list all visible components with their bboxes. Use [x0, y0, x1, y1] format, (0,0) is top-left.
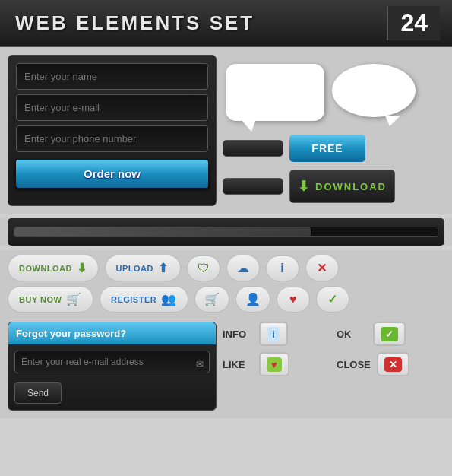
close-small-btn[interactable]: ✕ — [305, 255, 339, 281]
order-button[interactable]: Order now — [16, 160, 208, 188]
upload-pill-btn[interactable]: UPLOAD ⬆ — [105, 255, 181, 281]
forgot-header: Forgot your password? — [8, 322, 216, 344]
icon-btn-row-1: DOWNLOAD ⬇ UPLOAD ⬆ 🛡 ☁ i ✕ — [8, 255, 444, 281]
set-number: 24 — [387, 6, 440, 40]
progress-bar-background — [14, 227, 438, 237]
check-btn[interactable]: ✓ — [316, 286, 349, 313]
info-small-btn[interactable]: i — [266, 255, 299, 281]
close-cell: CLOSE ✕ — [337, 352, 444, 376]
close-icon: ✕ — [317, 261, 327, 275]
right-panel: FREE ⬇ DOWNLOAD — [223, 55, 444, 206]
ok-icon-btn[interactable]: ✓ — [373, 322, 406, 346]
close-icon-btn[interactable]: ✕ — [377, 352, 409, 376]
cart-icon-btn[interactable]: 🛒 — [194, 286, 229, 313]
download-pill-btn[interactable]: DOWNLOAD ⬇ — [8, 255, 99, 281]
cart-icon: 🛒 — [66, 292, 82, 306]
page-title: WEB ELEMENTS SET — [15, 11, 254, 35]
speech-bubble-right — [332, 64, 416, 117]
progress-bar-container — [8, 218, 444, 246]
register-icon: 👥 — [161, 292, 177, 306]
info-blue-icon: i — [267, 327, 280, 341]
progress-bar-fill — [14, 227, 311, 236]
download-button[interactable]: ⬇ DOWNLOAD — [289, 170, 395, 203]
icon-btn-row-2: BUY NOW 🛒 REGISTER 👥 🛒 👤 ♥ ✓ — [8, 286, 444, 313]
download-icon: ⬇ — [77, 261, 87, 275]
register-icon-btn[interactable]: 👤 — [235, 286, 270, 313]
mail-icon: ✉ — [196, 359, 204, 370]
info-label: INFO — [223, 328, 253, 340]
phone-input[interactable] — [16, 125, 208, 152]
email-input[interactable] — [16, 94, 208, 121]
dark-button-1[interactable] — [223, 140, 283, 157]
send-button[interactable]: Send — [14, 382, 62, 404]
main-section: Order now FREE ⬇ DOWNLOAD — [0, 47, 452, 214]
dark-button-2[interactable] — [223, 178, 283, 195]
buy-now-pill-btn[interactable]: BUY NOW 🛒 — [8, 286, 93, 313]
info-cell: INFO i — [223, 322, 330, 346]
heart-green-icon: ♥ — [267, 357, 282, 372]
shield-icon: 🛡 — [198, 262, 210, 275]
check-icon: ✓ — [327, 292, 337, 306]
forgot-email-input[interactable] — [14, 351, 210, 373]
forgot-panel: Forgot your password? ✉ Send — [8, 322, 217, 411]
check-green-icon: ✓ — [381, 327, 398, 341]
heart-btn[interactable]: ♥ — [277, 287, 310, 313]
bubbles-panel — [223, 58, 444, 127]
info-grid: INFO i OK ✓ LIKE ♥ CLOSE ✕ — [223, 322, 444, 411]
heart-icon: ♥ — [289, 293, 297, 306]
like-cell: LIKE ♥ — [223, 352, 330, 376]
shield-download-btn[interactable]: 🛡 — [187, 255, 220, 281]
forgot-email-wrap: ✉ — [14, 351, 210, 378]
info-icon-btn[interactable]: i — [259, 322, 288, 346]
download-arrow-icon: ⬇ — [298, 178, 311, 195]
x-red-icon: ✕ — [384, 357, 402, 372]
form-panel: Order now — [8, 55, 217, 206]
cart-small-icon: 🛒 — [204, 292, 220, 306]
buttons-row-1: FREE — [223, 135, 444, 162]
close-label: CLOSE — [337, 359, 371, 370]
forgot-body: ✉ Send — [8, 344, 216, 410]
like-label: LIKE — [223, 359, 253, 370]
cloud-upload-btn[interactable]: ☁ — [226, 255, 260, 281]
people-icon: 👤 — [245, 292, 261, 306]
ok-cell: OK ✓ — [337, 322, 444, 346]
header: WEB ELEMENTS SET 24 — [0, 0, 452, 47]
register-pill-btn[interactable]: REGISTER 👥 — [100, 286, 188, 313]
free-button[interactable]: FREE — [289, 135, 365, 162]
icon-buttons-section: DOWNLOAD ⬇ UPLOAD ⬆ 🛡 ☁ i ✕ BUY NOW 🛒 RE… — [0, 250, 452, 317]
ok-label: OK — [337, 328, 367, 340]
upload-icon: ⬆ — [158, 261, 169, 275]
name-input[interactable] — [16, 63, 208, 90]
info-icon: i — [280, 262, 283, 275]
password-section: Forgot your password? ✉ Send INFO i OK ✓ — [0, 317, 452, 418]
cloud-icon: ☁ — [237, 261, 249, 275]
like-icon-btn[interactable]: ♥ — [259, 352, 289, 376]
buttons-row-2: ⬇ DOWNLOAD — [223, 170, 444, 203]
progress-section — [0, 218, 452, 246]
speech-bubble-left — [226, 64, 324, 121]
